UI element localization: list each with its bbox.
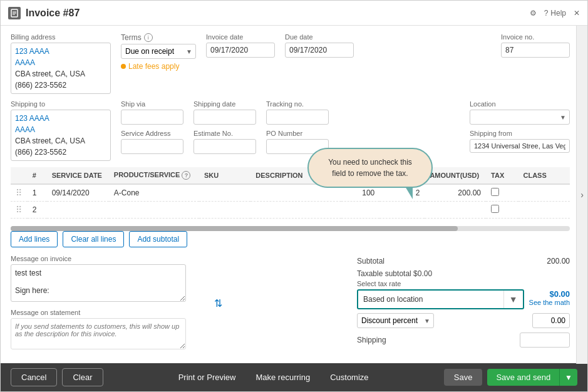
- table-row: ⠿ 1 09/14/2020 A-Cone 100 2 200.00: [11, 184, 570, 202]
- due-date-input[interactable]: [285, 43, 354, 58]
- col-header-tax: TAX: [486, 167, 518, 184]
- table-row: ⠿ 2: [11, 202, 570, 219]
- tax-row: Based on location ▼ $0.00 See the math: [357, 289, 570, 309]
- col-header-num: #: [28, 167, 47, 184]
- bottom-bar-left: Cancel Clear: [11, 368, 103, 386]
- form-row-2: Shipping to 123 AAAA AAAA CBA street, CA…: [11, 100, 570, 161]
- due-date-label: Due date: [285, 33, 354, 41]
- row-date: 09/14/2020: [47, 184, 109, 202]
- col-header-sku: SKU: [199, 167, 250, 184]
- add-lines-button[interactable]: Add lines: [11, 231, 58, 247]
- row-class: [518, 184, 570, 202]
- bottom-bar-right: Save Save and send ▼: [444, 369, 577, 386]
- row-qty[interactable]: [341, 202, 380, 219]
- make-recurring-button[interactable]: Make recurring: [248, 369, 317, 386]
- print-preview-button[interactable]: Print or Preview: [171, 369, 244, 386]
- shipping-to-box[interactable]: 123 AAAA AAAA CBA street, CA, USA (866) …: [11, 110, 111, 161]
- message-invoice-label: Message on invoice: [11, 255, 199, 262]
- terms-label: Terms i: [121, 33, 196, 42]
- discount-select-wrapper: Discount percent ▼: [357, 313, 434, 328]
- invoice-icon: [8, 7, 21, 19]
- cancel-button[interactable]: Cancel: [11, 368, 57, 386]
- chevron-right-icon: ›: [580, 190, 584, 200]
- terms-select[interactable]: Due on receipt: [121, 44, 196, 59]
- shipping-from-input[interactable]: [470, 139, 570, 153]
- save-send-group: Save and send ▼: [487, 369, 577, 386]
- invoice-date-input[interactable]: [206, 43, 275, 58]
- form-row-1: Billing address 123 AAAA AAAA CBA street…: [11, 33, 570, 94]
- save-send-arrow-button[interactable]: ▼: [559, 369, 577, 386]
- tax-value: $0.00: [539, 289, 570, 299]
- discount-select[interactable]: Discount percent: [357, 313, 434, 328]
- save-send-arrow-icon: ▼: [565, 373, 572, 382]
- scroll-thumb[interactable]: [11, 226, 458, 231]
- swap-section: ⇅: [209, 255, 227, 351]
- save-and-send-button[interactable]: Save and send: [487, 369, 559, 386]
- ship-fields: Ship via Shipping date Tracking no.: [121, 100, 329, 154]
- clear-all-lines-button[interactable]: Clear all lines: [63, 231, 124, 247]
- main-content: You need to uncheck this field to remove…: [1, 26, 587, 363]
- tracking-no-label: Tracking no.: [266, 100, 329, 108]
- late-fees-dot-icon: [121, 64, 126, 69]
- invoice-no-input[interactable]: [501, 43, 570, 58]
- row-tax[interactable]: [486, 184, 518, 202]
- billing-line3: CBA street, CA, USA: [15, 68, 106, 80]
- drag-handle-icon[interactable]: ⠿: [16, 205, 22, 215]
- shipping-date-input[interactable]: [193, 110, 256, 125]
- shipping-input[interactable]: [520, 333, 570, 348]
- row-class: [518, 202, 570, 219]
- help-button[interactable]: ? Help: [544, 9, 566, 18]
- drag-handle-icon[interactable]: ⠿: [16, 188, 22, 198]
- customize-button[interactable]: Customize: [322, 369, 376, 386]
- billing-line1: 123 AAAA: [15, 46, 106, 57]
- row-tax[interactable]: [486, 202, 518, 219]
- invoice-date-group: Invoice date: [206, 33, 275, 58]
- invoice-no-label: Invoice no.: [501, 33, 570, 41]
- row-product[interactable]: [109, 202, 199, 219]
- close-icon: ✕: [574, 9, 580, 18]
- horizontal-scrollbar[interactable]: [11, 226, 570, 231]
- estimate-no-group: Estimate No.: [193, 130, 256, 154]
- table-header: # SERVICE DATE PRODUCT/SERVICE ? SKU DES…: [11, 167, 570, 184]
- shipping-to-label: Shipping to: [11, 100, 111, 108]
- tax-rate-section: Select tax rate Based on location ▼ $0.0…: [357, 280, 570, 309]
- shipping-row: Shipping: [357, 331, 570, 349]
- subtotal-value: 200.00: [520, 257, 570, 266]
- estimate-no-input[interactable]: [193, 139, 256, 154]
- row-rate[interactable]: [379, 202, 425, 219]
- messages-column: Message on invoice test test Sign here: …: [11, 255, 199, 351]
- billing-address-box[interactable]: 123 AAAA AAAA CBA street, CA, USA (866) …: [11, 43, 111, 94]
- clear-button[interactable]: Clear: [62, 368, 103, 386]
- row-num: 2: [28, 202, 47, 219]
- invoice-window: Invoice #87 ⚙ ? Help ✕ You need to unche…: [0, 0, 588, 392]
- close-button[interactable]: ✕: [574, 9, 580, 18]
- subtotal-row: Subtotal 200.00: [357, 255, 570, 267]
- service-address-input[interactable]: [121, 139, 183, 154]
- right-sidebar-handle[interactable]: ›: [576, 26, 587, 364]
- swap-icon[interactable]: ⇅: [214, 297, 222, 309]
- product-info-icon[interactable]: ?: [182, 171, 190, 180]
- invoice-table: # SERVICE DATE PRODUCT/SERVICE ? SKU DES…: [11, 167, 570, 219]
- settings-button[interactable]: ⚙: [530, 9, 537, 18]
- tracking-no-input[interactable]: [266, 110, 329, 125]
- message-statement-input[interactable]: [11, 318, 186, 349]
- terms-info-icon[interactable]: i: [144, 33, 153, 42]
- ship-via-group: Ship via: [121, 100, 183, 125]
- tax-checkbox[interactable]: [491, 188, 499, 196]
- billing-address-group: Billing address 123 AAAA AAAA CBA street…: [11, 33, 111, 94]
- col-header-class: CLASS: [518, 167, 570, 184]
- terms-group: Terms i Due on receipt ▼ Late fees apply: [121, 33, 196, 71]
- save-button[interactable]: Save: [444, 369, 483, 386]
- tax-dropdown-button[interactable]: ▼: [503, 291, 523, 308]
- row-product[interactable]: A-Cone: [109, 184, 199, 202]
- help-icon: ?: [544, 9, 549, 18]
- tax-rate-label: Select tax rate: [357, 280, 570, 287]
- discount-input[interactable]: [532, 313, 570, 328]
- add-subtotal-button[interactable]: Add subtotal: [129, 231, 187, 247]
- ship-via-input[interactable]: [121, 110, 183, 125]
- tax-checkbox[interactable]: [491, 205, 499, 213]
- row-amount: [425, 202, 486, 219]
- location-select[interactable]: [470, 110, 570, 125]
- message-invoice-input[interactable]: test test Sign here:: [11, 264, 186, 302]
- see-math-link[interactable]: See the math: [529, 299, 570, 306]
